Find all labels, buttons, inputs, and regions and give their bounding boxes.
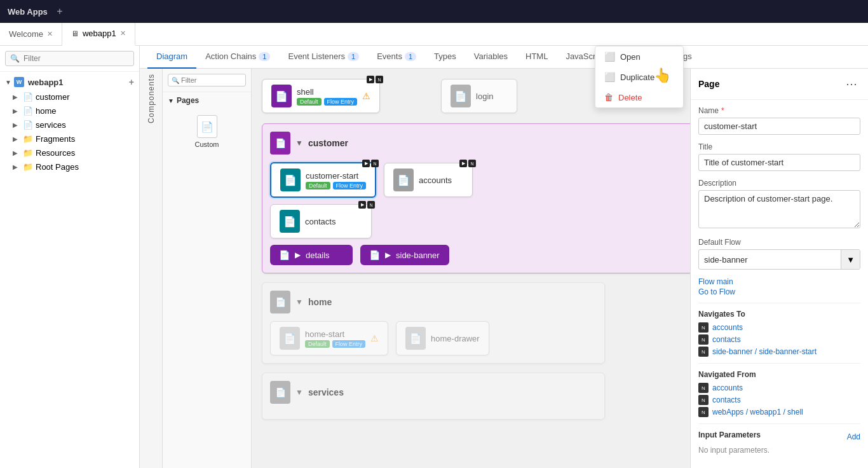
context-menu: ⬜ Open ⬜ Duplicate 🗑 Delete	[595, 46, 684, 108]
sidebar-search-input[interactable]	[5, 51, 134, 66]
flow-node-login[interactable]: 📄 login	[441, 79, 517, 113]
navigated-from-contacts-link[interactable]: contacts	[712, 396, 741, 404]
nav-tab-diagram[interactable]: Diagram	[147, 46, 196, 69]
context-menu-duplicate[interactable]: ⬜ Duplicate	[595, 67, 683, 87]
sidebar-item-fragments[interactable]: ▶ 📁 Fragments +	[0, 132, 139, 146]
shell-corner-icon2: N	[376, 76, 383, 83]
flow-node-customer-start[interactable]: ▶ N 📄 customer-start Default Flow Entr	[270, 162, 376, 198]
input-params-add-link[interactable]: Add	[847, 432, 860, 441]
contacts-node-label: contacts	[305, 217, 336, 226]
details-subgroup-icon: 📄	[279, 250, 290, 260]
flow-node-home-drawer[interactable]: 📄 home-drawer	[396, 321, 489, 355]
title-field-input[interactable]	[698, 154, 860, 171]
flow-group-customer[interactable]: 📄 ▼ customer ▶ N	[262, 123, 690, 273]
divider2	[698, 363, 860, 364]
input-params-heading: Input Parameters	[698, 430, 761, 439]
go-to-flow-link[interactable]: Go to Flow	[698, 287, 860, 296]
default-flow-select[interactable]: side-banner	[699, 252, 841, 268]
customer-group-toggle[interactable]: ▼	[295, 139, 303, 148]
shell-corner-icon1: ▶	[367, 76, 374, 83]
pages-section-title-label: Pages	[177, 96, 199, 105]
con-corner2: N	[367, 201, 375, 209]
navigates-to-contacts: N contacts	[698, 334, 860, 345]
fragments-arrow: ▶	[13, 135, 20, 142]
cs-corner2: N	[371, 160, 379, 167]
hs-badge-default: Default	[305, 340, 330, 348]
flow-group-home[interactable]: 📄 ▼ home 📄 home-start	[262, 282, 605, 364]
action-chains-badge: 1	[259, 52, 270, 61]
flow-subgroup-details[interactable]: 📄 ▶ details	[270, 245, 353, 265]
flow-group-services[interactable]: 📄 ▼ services	[262, 373, 605, 420]
sidebar-item-home[interactable]: ▶ 📄 home +	[0, 104, 139, 118]
sidebar-item-webapp1[interactable]: ▼ W webapp1 +	[0, 74, 139, 90]
sidebar-item-resources[interactable]: ▶ 📁 Resources +	[0, 146, 139, 160]
sidebar-item-customer[interactable]: ▶ 📄 customer +	[0, 90, 139, 104]
nav-side-banner-icon: N	[698, 347, 709, 357]
properties-menu-button[interactable]: ⋯	[843, 75, 860, 93]
nav-tab-event-listeners[interactable]: Event Listeners 1	[279, 46, 368, 69]
page-item-custom[interactable]: 📄 Custom	[168, 111, 246, 152]
webapp1-add-button[interactable]: +	[129, 77, 134, 87]
webapp1-label: webapp1	[28, 78, 129, 87]
flow-main-link[interactable]: Flow main	[698, 277, 860, 286]
webapp1-icon: W	[14, 77, 24, 87]
sidebar-item-root-pages[interactable]: ▶ 📁 Root Pages +	[0, 160, 139, 174]
pages-filter-input[interactable]	[168, 74, 246, 86]
home-start-badges: Default Flow Entry	[305, 340, 365, 348]
add-webapp-button[interactable]: +	[53, 4, 67, 18]
navigates-to-contacts-link[interactable]: contacts	[712, 335, 741, 344]
main-layout: 🔍 ▼ W webapp1 + ▶ 📄 customer + ▶ 📄	[0, 46, 868, 468]
context-menu-open[interactable]: ⬜ Open	[595, 46, 683, 67]
navigated-from-accounts-link[interactable]: accounts	[712, 383, 743, 392]
flow-node-accounts[interactable]: ▶ N 📄 accounts	[384, 163, 473, 197]
tab-bar: Welcome ✕ 🖥 webapp1 ✕	[0, 23, 868, 46]
duplicate-icon: ⬜	[604, 72, 615, 82]
shell-node-badges: Default Flow Entry	[297, 98, 357, 106]
sidebar-search-icon: 🔍	[10, 54, 20, 63]
close-webapp1-tab[interactable]: ✕	[120, 29, 126, 38]
flow-node-shell[interactable]: ▶ N 📄 shell Default Flow Entry	[262, 79, 380, 113]
navigated-from-shell-link[interactable]: webApps / webapp1 / shell	[712, 408, 803, 416]
navigates-to-side-banner-link[interactable]: side-banner / side-banner-start	[712, 347, 817, 356]
accounts-node-icon: 📄	[393, 169, 414, 191]
home-start-label: home-start	[305, 329, 365, 339]
tab-webapp1-label: webapp1	[83, 29, 116, 38]
name-required-marker: *	[721, 106, 724, 115]
flow-subgroup-side-banner[interactable]: 📄 ▶ side-banner	[360, 245, 449, 265]
delete-label: Delete	[618, 93, 642, 102]
diagram-area[interactable]: ▶ N 📄 shell Default Flow Entry	[252, 69, 690, 468]
navigates-to-accounts-link[interactable]: accounts	[712, 323, 743, 332]
events-badge: 1	[405, 52, 416, 61]
home-page-icon: 📄	[23, 106, 33, 116]
acc-corner1: ▶	[459, 160, 467, 167]
services-group-label: services	[308, 387, 344, 397]
pages-filter-area: 🔍	[163, 69, 251, 92]
close-welcome-tab[interactable]: ✕	[47, 30, 53, 38]
tab-webapp1[interactable]: 🖥 webapp1 ✕	[62, 23, 135, 46]
details-arrow: ▶	[295, 251, 301, 259]
nav-tab-html[interactable]: HTML	[517, 46, 557, 69]
accounts-node-label: accounts	[419, 176, 452, 185]
name-field-input[interactable]	[698, 118, 860, 135]
shell-node-label: shell	[297, 87, 357, 97]
context-menu-delete[interactable]: 🗑 Delete	[595, 87, 683, 107]
default-flow-select-wrap: side-banner ▼	[698, 249, 860, 270]
services-group-toggle[interactable]: ▼	[295, 388, 303, 397]
description-field-textarea[interactable]: Description of customer-start page.	[698, 190, 860, 228]
home-group-toggle[interactable]: ▼	[295, 298, 303, 306]
home-row1: 📄 home-start Default Flow Entry ⚠	[270, 321, 597, 355]
home-arrow: ▶	[13, 107, 20, 114]
nav-tab-variables[interactable]: Variables	[465, 46, 517, 69]
sidebar-item-services[interactable]: ▶ 📄 services +	[0, 118, 139, 132]
nav-tab-action-chains[interactable]: Action Chains 1	[196, 46, 279, 69]
tab-welcome[interactable]: Welcome ✕	[0, 23, 62, 46]
nav-contacts-icon: N	[698, 334, 709, 345]
nav-tab-types[interactable]: Types	[425, 46, 465, 69]
components-panel[interactable]: Components	[140, 69, 163, 468]
side-banner-label: side-banner	[396, 251, 440, 260]
nav-tab-events[interactable]: Events 1	[368, 46, 425, 69]
flow-node-contacts[interactable]: ▶ N 📄 contacts	[270, 204, 372, 238]
default-flow-select-arrow[interactable]: ▼	[841, 250, 860, 269]
customer-row1: ▶ N 📄 customer-start Default Flow Entr	[270, 162, 690, 198]
flow-node-home-start[interactable]: 📄 home-start Default Flow Entry ⚠	[270, 321, 388, 355]
